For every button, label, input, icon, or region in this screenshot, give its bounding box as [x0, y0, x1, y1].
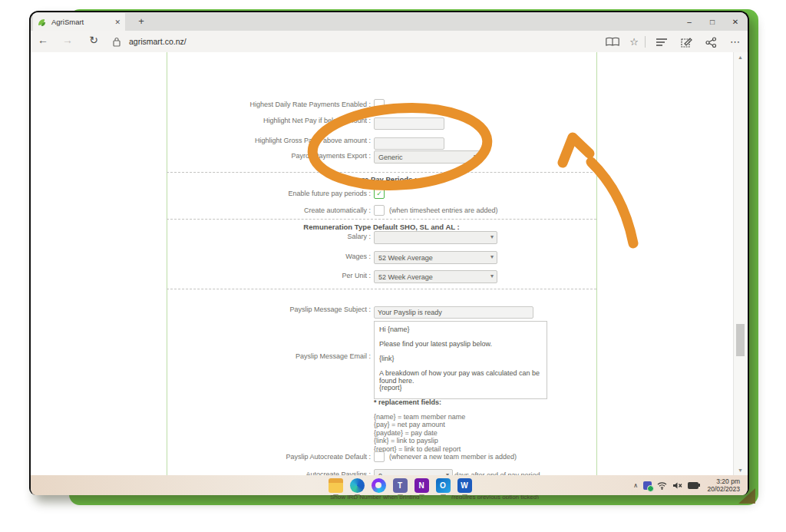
onenote-icon[interactable]: N	[414, 478, 429, 493]
payslip-email-textarea[interactable]: Hi {name} Please find your latest paysli…	[374, 321, 547, 399]
gross-pay-above-input[interactable]	[374, 137, 444, 150]
toolbar-divider	[645, 36, 646, 48]
autocreate-payslips-select[interactable]: 0	[374, 469, 453, 475]
address-bar[interactable]: agrismart.co.nz/	[129, 37, 187, 46]
agrismart-leaf-favicon	[38, 18, 47, 27]
form-row: Highlight Gross Pay if above amount :	[167, 135, 596, 149]
tray-chevron-icon[interactable]: ∧	[633, 482, 638, 489]
replacement-line: {pay} = net pay amount	[374, 421, 465, 429]
scroll-up-icon[interactable]: ▲	[734, 55, 747, 60]
enable-future-pay-periods-checkbox[interactable]: ✓	[374, 188, 385, 199]
payroll-export-select[interactable]: Generic	[374, 150, 481, 164]
browser-toolbar: ← → ↻ agrismart.co.nz/ ☆ ⋯	[31, 31, 748, 53]
system-tray: ∧	[633, 475, 698, 495]
replacement-fields-block: * replacement fields: {name} = team memb…	[374, 398, 465, 453]
highest-daily-rate-checkbox[interactable]	[374, 99, 385, 110]
form-row: Payroll Payments Export : Generic	[167, 150, 596, 164]
field-label: Create automatically :	[167, 207, 371, 214]
per-unit-select[interactable]: 52 Week Average	[374, 270, 497, 283]
create-automatically-checkbox[interactable]	[374, 205, 385, 216]
tab-agrismart[interactable]: AgriSmart ✕	[33, 13, 125, 31]
form-row: Autocreate Payslips : 0 days after end o…	[167, 469, 596, 475]
refresh-button[interactable]: ↻	[86, 34, 101, 46]
file-explorer-icon[interactable]	[329, 478, 343, 493]
field-label: Payroll Payments Export :	[167, 152, 371, 160]
net-pay-below-input[interactable]	[374, 117, 444, 130]
form-row: Highest Daily Rate Payments Enabled :	[167, 99, 596, 113]
outlook-icon[interactable]: O	[436, 478, 451, 493]
web-note-icon[interactable]	[679, 35, 694, 48]
word-icon[interactable]: W	[457, 478, 472, 493]
field-note: (when timesheet entries are added)	[389, 207, 498, 214]
salary-select[interactable]	[374, 231, 497, 244]
panel-border-right	[596, 52, 597, 475]
window-close-button[interactable]: ✕	[729, 18, 741, 26]
browser-window: AgriSmart ✕ + – □ ✕ ← → ↻ agrismart.co.n…	[29, 11, 749, 495]
minimize-button[interactable]: –	[683, 18, 695, 26]
form-row: Highlight Net Pay if below amount :	[167, 115, 596, 129]
section-divider	[167, 289, 596, 289]
new-tab-button[interactable]: +	[134, 14, 149, 29]
payslip-autocreate-default-checkbox[interactable]	[374, 451, 385, 462]
edge-icon[interactable]	[350, 478, 365, 493]
field-label: Salary :	[167, 233, 371, 240]
form-row: Salary :	[167, 231, 596, 245]
scroll-down-icon[interactable]: ▼	[734, 468, 747, 473]
share-icon[interactable]	[703, 35, 718, 48]
taskbar-clock[interactable]: 3:20 pm 20/02/2023	[707, 477, 740, 493]
field-label: Payslip Message Subject :	[167, 306, 371, 313]
back-button[interactable]: ←	[35, 34, 51, 46]
more-options-icon[interactable]: ⋯	[728, 35, 743, 48]
form-row: Enable future pay periods : ✓	[167, 188, 596, 202]
maximize-button[interactable]: □	[706, 18, 718, 26]
payslip-subject-input[interactable]	[374, 306, 533, 319]
window-controls: – □ ✕	[683, 12, 741, 31]
teams-icon[interactable]: T	[393, 478, 408, 493]
replacement-line: {link} = link to payslip	[374, 437, 465, 445]
page-content: Highest Daily Rate Payments Enabled : Hi…	[31, 52, 748, 475]
form-row: Create automatically : (when timesheet e…	[167, 205, 596, 219]
field-label: Wages :	[167, 253, 371, 260]
field-label: Per Unit :	[167, 272, 371, 279]
field-label: Payslip Autocreate Default :	[167, 453, 371, 461]
hub-icon[interactable]	[654, 35, 669, 48]
field-note: (whenever a new team member is added)	[389, 453, 517, 461]
section-heading: Future Pay Periods :	[167, 175, 596, 183]
field-label: Highlight Net Pay if below amount :	[167, 117, 371, 124]
taskbar: T N O W ∧ 3:20 pm 20/02/2023	[31, 475, 748, 495]
section-heading: Remuneration Type Default SHO, SL and AL…	[167, 223, 596, 231]
replacement-fields-title: * replacement fields:	[374, 398, 465, 407]
forward-button: →	[60, 34, 75, 46]
lock-icon	[109, 35, 124, 48]
form-row: Payslip Message Subject :	[167, 304, 596, 318]
form-row: Payslip Autocreate Default : (whenever a…	[167, 451, 596, 465]
favorites-star-icon[interactable]: ☆	[626, 35, 642, 48]
scrollbar-thumb[interactable]	[736, 324, 745, 356]
clock-time: 3:20 pm	[716, 477, 740, 485]
reading-view-icon[interactable]	[605, 35, 620, 48]
battery-icon[interactable]	[688, 482, 698, 489]
wages-select[interactable]: 52 Week Average	[374, 251, 497, 264]
replacement-line: {name} = team member name	[374, 413, 465, 421]
tab-bar: AgriSmart ✕ + – □ ✕	[31, 12, 748, 31]
form-row: Wages : 52 Week Average	[167, 251, 596, 265]
clock-date: 20/02/2023	[707, 485, 740, 493]
office-swirl-icon[interactable]	[372, 478, 386, 493]
field-label: Enable future pay periods :	[167, 190, 371, 197]
section-divider	[167, 172, 596, 173]
replacement-line: {paydate} = pay date	[374, 429, 465, 438]
tab-close-icon[interactable]: ✕	[114, 18, 121, 26]
field-label: Highest Daily Rate Payments Enabled :	[167, 101, 371, 108]
scrollbar[interactable]: ▲ ▼	[733, 52, 747, 475]
form-row: Per Unit : 52 Week Average	[167, 270, 596, 284]
teams-status-icon[interactable]	[643, 481, 652, 490]
check-icon: ✓	[376, 190, 382, 197]
tab-title: AgriSmart	[51, 18, 114, 26]
section-divider	[167, 219, 596, 220]
start-button[interactable]	[307, 478, 322, 493]
volume-muted-icon[interactable]	[672, 481, 682, 490]
field-label: Highlight Gross Pay if above amount :	[167, 137, 371, 144]
wifi-icon[interactable]	[657, 481, 667, 490]
field-label: Payslip Message Email :	[167, 352, 371, 360]
